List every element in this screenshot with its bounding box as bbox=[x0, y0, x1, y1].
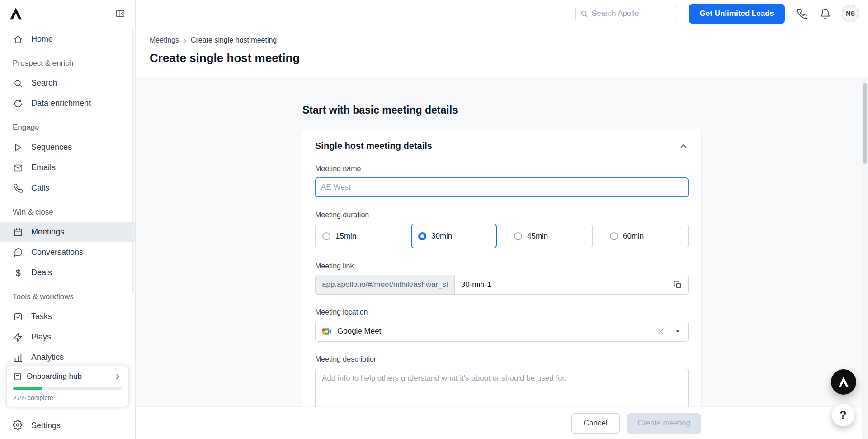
sidebar-header bbox=[0, 0, 135, 27]
radio-unchecked-icon bbox=[610, 232, 618, 240]
collapse-card-button[interactable] bbox=[679, 141, 689, 151]
sidebar-item-label: Data enrichment bbox=[31, 99, 91, 108]
content: Start with basic meeting details Single … bbox=[136, 77, 868, 407]
sidebar-item-emails[interactable]: Emails bbox=[0, 157, 135, 178]
bar-chart-icon bbox=[13, 352, 24, 363]
meeting-duration-group: 15min 30min 45min 60min bbox=[315, 224, 689, 248]
bell-icon bbox=[820, 8, 831, 19]
sidebar-item-plays[interactable]: Plays bbox=[0, 327, 135, 347]
sidebar-item-deals[interactable]: $ Deals bbox=[0, 262, 135, 283]
help-button[interactable]: ? bbox=[832, 404, 854, 426]
duration-option-15min[interactable]: 15min bbox=[315, 224, 401, 248]
enrichment-icon bbox=[13, 98, 24, 109]
duration-option-30min[interactable]: 30min bbox=[411, 224, 497, 248]
zap-icon bbox=[13, 332, 24, 343]
breadcrumb-meetings-link[interactable]: Meetings bbox=[150, 36, 179, 44]
meeting-link-field: app.apollo.io/#/meet/nithileashwar_sl bbox=[315, 275, 689, 295]
onboarding-progress-fill bbox=[13, 387, 42, 390]
email-icon bbox=[13, 162, 24, 173]
sidebar-item-label: Analytics bbox=[31, 353, 64, 362]
chevron-down-icon bbox=[674, 327, 682, 335]
sidebar-item-label: Tasks bbox=[31, 312, 52, 321]
onboarding-progress-track bbox=[13, 387, 122, 390]
copy-link-button[interactable] bbox=[667, 275, 688, 294]
sidebar-item-settings[interactable]: Settings bbox=[0, 412, 135, 439]
settings-label: Settings bbox=[31, 421, 61, 430]
dropdown-caret-button[interactable] bbox=[674, 327, 682, 335]
sidebar-nav: Home Prospect & enrich Search Data enric… bbox=[0, 27, 135, 366]
radio-checked-icon bbox=[418, 232, 426, 240]
search-input[interactable] bbox=[592, 9, 672, 18]
sidebar-item-tasks[interactable]: Tasks bbox=[0, 306, 135, 327]
calendar-icon bbox=[13, 227, 24, 238]
sidebar-item-calls[interactable]: Calls bbox=[0, 178, 135, 198]
copy-icon bbox=[673, 280, 682, 289]
clear-location-button[interactable] bbox=[657, 328, 665, 335]
sidebar-item-conversations[interactable]: Conversations bbox=[0, 242, 135, 262]
section-heading: Start with basic meeting details bbox=[302, 104, 701, 116]
dialer-button[interactable] bbox=[797, 8, 808, 19]
apollo-logo-icon[interactable] bbox=[9, 7, 23, 20]
duration-option-60min[interactable]: 60min bbox=[603, 224, 689, 248]
sidebar-item-label: Search bbox=[31, 78, 57, 88]
close-icon bbox=[657, 328, 665, 335]
onboarding-hub-title: Onboarding hub bbox=[27, 372, 108, 381]
meeting-location-label: Meeting location bbox=[315, 308, 689, 316]
duration-option-45min[interactable]: 45min bbox=[507, 224, 593, 248]
meeting-description-textarea[interactable] bbox=[315, 368, 689, 407]
topbar: Get Unlimited Leads NS bbox=[136, 0, 868, 27]
sidebar-item-sequences[interactable]: Sequences bbox=[0, 137, 135, 157]
breadcrumb: Meetings › Create single host meeting bbox=[150, 36, 868, 44]
breadcrumb-current: Create single host meeting bbox=[191, 36, 277, 44]
get-unlimited-leads-button[interactable]: Get Unlimited Leads bbox=[689, 4, 785, 24]
chat-icon bbox=[13, 247, 24, 258]
search-icon bbox=[580, 10, 588, 18]
sidebar-item-search[interactable]: Search bbox=[0, 73, 135, 93]
apollo-assistant-fab[interactable] bbox=[831, 369, 856, 395]
meeting-location-value: Google Meet bbox=[337, 327, 651, 336]
meeting-duration-label: Meeting duration bbox=[315, 211, 689, 219]
meeting-link-label: Meeting link bbox=[315, 262, 689, 270]
meeting-location-select[interactable]: Google Meet bbox=[315, 321, 689, 342]
sidebar-section-prospect-enrich: Prospect & enrich bbox=[0, 54, 135, 73]
sidebar-scrollbar[interactable] bbox=[132, 29, 134, 294]
chevron-up-icon bbox=[679, 141, 689, 151]
chevron-right-icon: › bbox=[184, 36, 186, 44]
tasks-icon bbox=[13, 311, 24, 322]
phone-icon bbox=[797, 8, 808, 19]
sidebar-item-label: Deals bbox=[31, 268, 52, 277]
dollar-icon: $ bbox=[13, 267, 24, 278]
sidebar-item-home[interactable]: Home bbox=[0, 29, 135, 49]
page-title: Create single host meeting bbox=[150, 51, 868, 65]
radio-unchecked-icon bbox=[322, 232, 330, 240]
apollo-logo-icon bbox=[838, 376, 849, 388]
sidebar-item-meetings[interactable]: Meetings bbox=[0, 222, 135, 242]
sidebar-section-tools-workflows: Tools & workflows bbox=[0, 287, 135, 306]
sidebar-item-data-enrichment[interactable]: Data enrichment bbox=[0, 93, 135, 114]
meeting-link-prefix: app.apollo.io/#/meet/nithileashwar_sl bbox=[316, 275, 455, 294]
cancel-button[interactable]: Cancel bbox=[571, 413, 620, 434]
meeting-name-input[interactable] bbox=[315, 177, 689, 197]
radio-unchecked-icon bbox=[514, 232, 522, 240]
chevron-right-icon bbox=[113, 372, 122, 381]
onboarding-hub-icon bbox=[13, 372, 22, 381]
sidebar-item-label: Home bbox=[31, 34, 53, 44]
sidebar-item-analytics[interactable]: Analytics bbox=[0, 347, 135, 366]
page-scrollbar-track bbox=[862, 78, 868, 439]
sidebar-item-label: Emails bbox=[31, 163, 56, 172]
main-area: Get Unlimited Leads NS Meetings › Create… bbox=[136, 0, 868, 439]
meeting-link-slug-input[interactable] bbox=[455, 280, 667, 289]
notifications-button[interactable] bbox=[820, 8, 831, 19]
search-icon bbox=[13, 78, 24, 89]
sidebar-section-win-close: Win & close bbox=[0, 203, 135, 222]
page-scrollbar-thumb[interactable] bbox=[863, 83, 867, 164]
page-header: Meetings › Create single host meeting Cr… bbox=[136, 27, 868, 77]
create-meeting-button[interactable]: Create meeting bbox=[627, 413, 701, 434]
action-bar: Cancel Create meeting bbox=[136, 407, 868, 439]
avatar[interactable]: NS bbox=[842, 5, 859, 22]
meeting-details-card: Single host meeting details Meeting name… bbox=[302, 129, 701, 407]
collapse-sidebar-button[interactable] bbox=[115, 9, 125, 19]
sidebar-section-engage: Engage bbox=[0, 118, 135, 137]
global-search[interactable] bbox=[575, 5, 677, 22]
onboarding-hub-card[interactable]: Onboarding hub 27% complete bbox=[6, 366, 129, 407]
